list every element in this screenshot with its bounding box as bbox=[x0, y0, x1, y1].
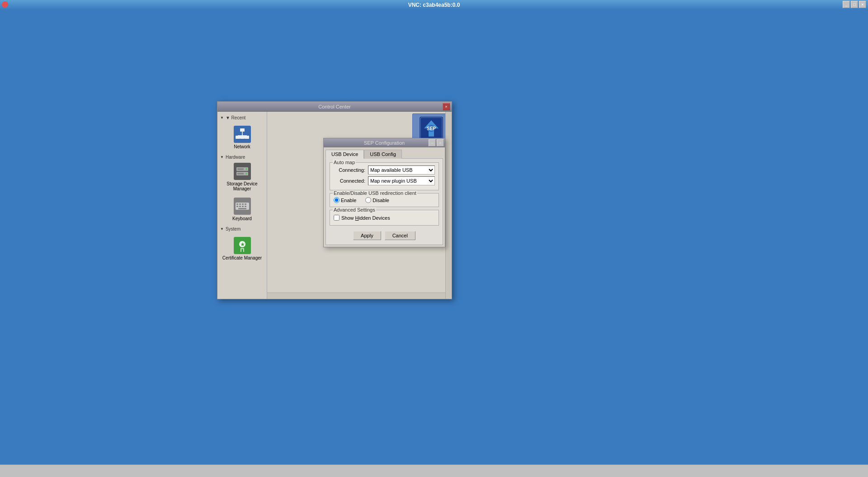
sep-dialog-controls: – × bbox=[429, 139, 444, 146]
control-center-hscroll[interactable] bbox=[267, 293, 445, 299]
recent-arrow-icon: ▼ bbox=[220, 116, 224, 120]
svg-rect-22 bbox=[242, 206, 244, 207]
enable-label: Enable bbox=[341, 198, 356, 203]
svg-rect-16 bbox=[236, 203, 238, 205]
vnc-titlebar: VNC: c3ab4ea5b:0.0 _ □ × bbox=[0, 0, 868, 10]
storage-label: Storage Device Manager bbox=[220, 181, 264, 191]
network-label: Network bbox=[234, 144, 250, 149]
sidebar-section-hardware[interactable]: ▼ Hardware bbox=[217, 153, 267, 161]
control-center-window: Control Center × ▼ ▼ Recent bbox=[217, 101, 452, 299]
usb-redirection-section: Enable/Disable USB redirection client En… bbox=[330, 193, 439, 207]
svg-rect-18 bbox=[242, 203, 244, 205]
tab-usb-config[interactable]: USB Config bbox=[364, 150, 401, 159]
keyboard-label: Keyboard bbox=[232, 216, 252, 221]
svg-point-10 bbox=[245, 168, 247, 170]
svg-rect-1 bbox=[240, 128, 245, 132]
keyboard-icon bbox=[233, 197, 251, 215]
svg-rect-3 bbox=[240, 136, 245, 139]
svg-rect-19 bbox=[245, 203, 246, 205]
certificate-icon: ★ bbox=[233, 236, 251, 255]
vnc-close-button2[interactable]: × bbox=[859, 1, 866, 8]
storage-icon bbox=[233, 162, 251, 180]
svg-rect-13 bbox=[237, 173, 244, 175]
connected-row: Connected: Map new plugin USB Do not map bbox=[334, 176, 435, 185]
sidebar-section-system[interactable]: ▼ System bbox=[217, 225, 267, 232]
enable-radio[interactable] bbox=[334, 197, 340, 203]
disable-radio[interactable] bbox=[365, 197, 371, 203]
auto-map-legend: Auto map bbox=[333, 160, 356, 165]
usb-redirection-radio-group: Enable Disable bbox=[334, 196, 435, 204]
disable-radio-label[interactable]: Disable bbox=[365, 197, 389, 203]
svg-rect-7 bbox=[234, 163, 251, 180]
svg-rect-29 bbox=[241, 249, 243, 252]
connecting-label: Connecting: bbox=[334, 167, 365, 173]
control-center-titlebar: Control Center × bbox=[217, 102, 452, 112]
sep-minimize-button[interactable]: – bbox=[429, 139, 436, 146]
advanced-settings-section: Advanced Settings Show Hidden Devices bbox=[330, 210, 439, 226]
sidebar-item-network[interactable]: Network bbox=[217, 121, 267, 153]
show-hidden-row: Show Hidden Devices bbox=[334, 213, 435, 222]
control-center-close-button[interactable]: × bbox=[443, 103, 450, 110]
sidebar-section-recent[interactable]: ▼ ▼ Recent bbox=[217, 113, 267, 121]
vnc-minimize-button[interactable]: _ bbox=[843, 1, 850, 8]
svg-text:★: ★ bbox=[240, 242, 245, 247]
show-hidden-checkbox[interactable] bbox=[334, 215, 340, 221]
cancel-button[interactable]: Cancel bbox=[385, 231, 415, 240]
connecting-row: Connecting: Map available USB Do not map bbox=[334, 165, 435, 175]
system-arrow-icon: ▼ bbox=[220, 227, 224, 231]
control-center-sidebar: ▼ ▼ Recent Network bbox=[217, 112, 267, 299]
sidebar-item-storage[interactable]: Storage Device Manager bbox=[217, 161, 267, 193]
enable-radio-label[interactable]: Enable bbox=[334, 197, 356, 203]
vnc-close-button[interactable] bbox=[2, 1, 8, 8]
connected-label: Connected: bbox=[334, 178, 365, 184]
sep-dialog-titlebar: SEP Configuration – × bbox=[324, 138, 445, 147]
svg-rect-4 bbox=[245, 136, 249, 139]
control-center-title: Control Center bbox=[318, 104, 351, 109]
advanced-legend: Advanced Settings bbox=[333, 207, 376, 213]
system-label: System bbox=[226, 227, 241, 231]
svg-rect-23 bbox=[245, 206, 246, 207]
usb-device-tab-content: Auto map Connecting: Map available USB D… bbox=[326, 158, 443, 245]
svg-rect-12 bbox=[237, 168, 244, 170]
recent-label: ▼ Recent bbox=[226, 115, 245, 120]
tab-usb-device[interactable]: USB Device bbox=[326, 150, 364, 159]
sep-dialog-buttons: Apply Cancel bbox=[330, 228, 439, 241]
sep-configuration-dialog: SEP Configuration – × USB Device USB Con… bbox=[323, 138, 445, 247]
show-hidden-label: Show Hidden Devices bbox=[341, 215, 390, 221]
svg-rect-17 bbox=[239, 203, 241, 205]
disable-label: Disable bbox=[373, 198, 389, 203]
control-center-right: SEP SEP configuration bbox=[267, 112, 452, 299]
certificate-label: Certificate Manager bbox=[222, 255, 262, 260]
sep-dialog-body: USB Device USB Config Auto map Connectin… bbox=[324, 147, 445, 247]
hardware-label: Hardware bbox=[226, 155, 245, 160]
svg-rect-2 bbox=[236, 136, 240, 139]
taskbar bbox=[0, 464, 868, 477]
auto-map-section: Auto map Connecting: Map available USB D… bbox=[330, 162, 439, 190]
sep-dialog-title: SEP Configuration bbox=[364, 140, 405, 146]
sep-tabs: USB Device USB Config bbox=[326, 149, 443, 158]
svg-point-11 bbox=[245, 173, 247, 175]
network-icon bbox=[233, 125, 251, 143]
connecting-select[interactable]: Map available USB Do not map bbox=[368, 165, 435, 175]
sidebar-item-keyboard[interactable]: Keyboard bbox=[217, 193, 267, 225]
apply-button[interactable]: Apply bbox=[353, 231, 381, 240]
vnc-maximize-button[interactable]: □ bbox=[851, 1, 858, 8]
vnc-title: VNC: c3ab4ea5b:0.0 bbox=[408, 2, 460, 8]
control-center-scrollbar[interactable] bbox=[445, 112, 452, 299]
svg-rect-24 bbox=[238, 208, 246, 209]
svg-rect-20 bbox=[236, 206, 238, 207]
svg-rect-21 bbox=[239, 206, 241, 207]
sep-close-button[interactable]: × bbox=[437, 139, 444, 146]
hardware-arrow-icon: ▼ bbox=[220, 155, 224, 159]
connected-select[interactable]: Map new plugin USB Do not map bbox=[368, 176, 435, 185]
sidebar-item-certificate[interactable]: ★ Certificate Manager bbox=[217, 232, 267, 264]
usb-redirection-legend: Enable/Disable USB redirection client bbox=[333, 190, 417, 196]
svg-text:SEP: SEP bbox=[427, 126, 436, 131]
control-center-body: ▼ ▼ Recent Network bbox=[217, 112, 452, 299]
